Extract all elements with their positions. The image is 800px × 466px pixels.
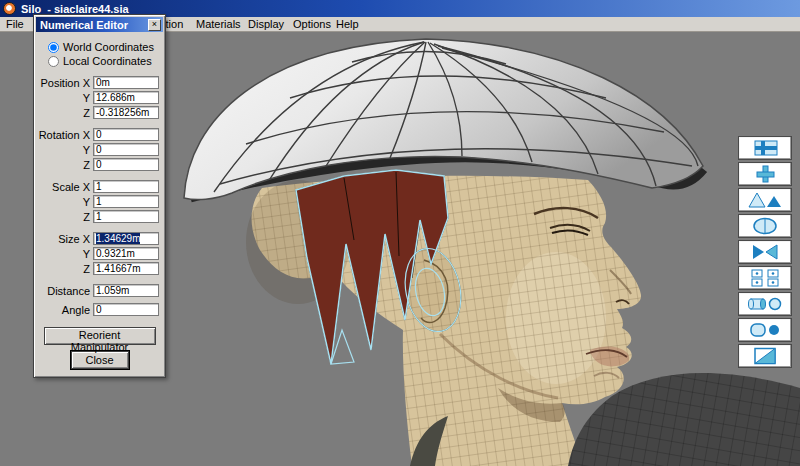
rotation-group: Rotation X Y Z [40, 128, 159, 171]
quads-icon [743, 268, 787, 288]
reorient-manipulator-button[interactable]: Reorient Manipulator [44, 327, 156, 345]
flag-icon [743, 138, 787, 158]
angle-field[interactable] [93, 303, 159, 316]
ellipse-icon [743, 216, 787, 236]
position-group: Position X Y Z [40, 76, 159, 119]
rotation-z-field[interactable] [93, 158, 159, 171]
position-y-field[interactable] [93, 91, 159, 104]
radio-world-input[interactable] [48, 42, 59, 53]
scale-x-field[interactable] [93, 180, 159, 193]
size-y-label: Y [83, 248, 90, 260]
window-title: Silo - siaclaire44.sia [21, 3, 129, 15]
tool-button-flag[interactable] [738, 136, 792, 160]
radio-local-input[interactable] [48, 56, 59, 67]
scale-y-field[interactable] [93, 195, 159, 208]
menu-item-file[interactable]: File [4, 17, 26, 31]
radio-local-coordinates[interactable]: Local Coordinates [48, 55, 159, 67]
dialog-close-icon[interactable]: × [148, 19, 161, 31]
position-x-field[interactable] [93, 76, 159, 89]
position-y-label: Y [83, 92, 90, 104]
size-y-field[interactable] [93, 247, 159, 260]
cylinder-sphere-icon [743, 294, 787, 314]
position-x-label: Position X [40, 77, 90, 89]
menu-item-options[interactable]: Options [291, 17, 333, 31]
tool-button-diagonal-square[interactable] [738, 344, 792, 368]
scale-x-label: Scale X [52, 181, 90, 193]
angle-label: Angle [62, 304, 90, 316]
rotation-x-field[interactable] [93, 128, 159, 141]
bowtie-icon [743, 242, 787, 262]
plus-icon [743, 164, 787, 184]
scale-y-label: Y [83, 196, 90, 208]
size-x-selected-text: 1.34629m [96, 233, 140, 244]
scale-z-label: Z [83, 211, 90, 223]
radio-world-label: World Coordinates [63, 41, 154, 53]
rotation-y-field[interactable] [93, 143, 159, 156]
distance-label: Distance [47, 285, 90, 297]
angle-row-group: Angle [40, 303, 159, 316]
dialog-title: Numerical Editor [40, 19, 128, 31]
size-group: Size X1.34629m Y Z [40, 232, 159, 275]
tool-button-plus[interactable] [738, 162, 792, 186]
position-z-field[interactable] [93, 106, 159, 119]
diagonal-square-icon [743, 346, 787, 366]
silo-app-icon [3, 2, 16, 15]
size-z-field[interactable] [93, 262, 159, 275]
distance-field[interactable] [93, 284, 159, 297]
radio-local-label: Local Coordinates [63, 55, 152, 67]
position-z-label: Z [83, 107, 90, 119]
rotation-x-label: Rotation X [39, 129, 90, 141]
tool-palette [738, 136, 792, 368]
scale-z-field[interactable] [93, 210, 159, 223]
size-x-label: Size X [58, 233, 90, 245]
tool-button-bowtie[interactable] [738, 240, 792, 264]
close-button[interactable]: Close [71, 351, 129, 369]
menu-item-materials[interactable]: Materials [194, 17, 243, 31]
capsule-circle-icon [743, 320, 787, 340]
tool-button-cylinder-sphere[interactable] [738, 292, 792, 316]
menu-item-help[interactable]: Help [334, 17, 361, 31]
dialog-titlebar[interactable]: Numerical Editor × [36, 17, 163, 32]
tool-button-capsule-circle[interactable] [738, 318, 792, 342]
distance-row-group: Distance [40, 284, 159, 297]
tool-button-ellipse[interactable] [738, 214, 792, 238]
size-z-label: Z [83, 263, 90, 275]
menu-item-display[interactable]: Display [246, 17, 286, 31]
scale-group: Scale X Y Z [40, 180, 159, 223]
radio-world-coordinates[interactable]: World Coordinates [48, 41, 159, 53]
rotation-z-label: Z [83, 159, 90, 171]
triangles-icon [743, 190, 787, 210]
rotation-y-label: Y [83, 144, 90, 156]
tool-button-quads[interactable] [738, 266, 792, 290]
tool-button-triangles[interactable] [738, 188, 792, 212]
numerical-editor-dialog: Numerical Editor × World Coordinates Loc… [33, 14, 166, 378]
size-x-field[interactable]: 1.34629m [93, 232, 159, 245]
